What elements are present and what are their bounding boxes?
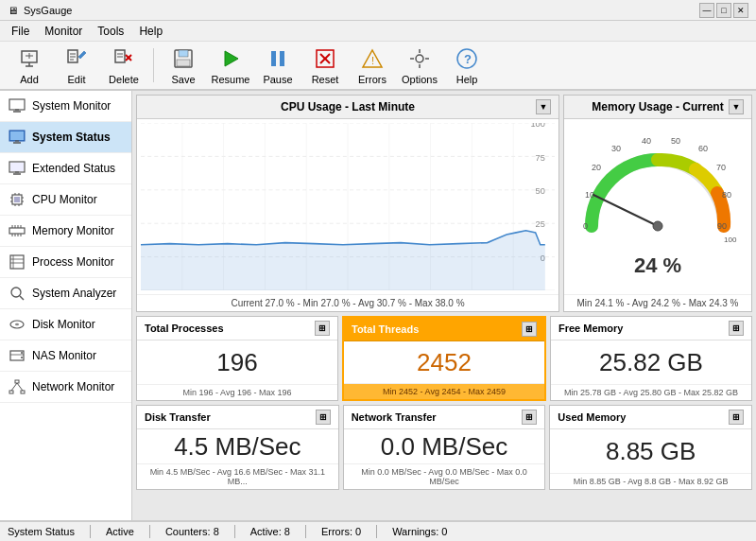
sidebar-item-system-analyzer[interactable]: System Analyzer <box>0 278 131 309</box>
save-icon <box>170 45 197 72</box>
threads-dropdown[interactable]: ⊞ <box>522 322 537 337</box>
stat-footer-network: Min 0.0 MB/Sec - Avg 0.0 MB/Sec - Max 0.… <box>344 463 545 489</box>
sidebar: System Monitor System Status Extended St… <box>0 91 132 520</box>
reset-icon <box>312 45 338 72</box>
svg-rect-18 <box>271 51 276 66</box>
cpu-chart-footer: Current 27.0 % - Min 27.0 % - Avg 30.7 %… <box>137 294 558 311</box>
sidebar-item-system-monitor[interactable]: System Monitor <box>0 91 131 122</box>
edit-label: Edit <box>68 74 86 85</box>
menu-file[interactable]: File <box>4 23 37 40</box>
svg-line-111 <box>593 195 658 226</box>
title-bar-left: 🖥 SysGauge <box>8 5 72 16</box>
save-button[interactable]: Save <box>162 44 205 86</box>
extended-status-icon <box>8 159 26 178</box>
sidebar-item-system-status-label: System Status <box>32 131 111 144</box>
help-button[interactable]: ? Help <box>445 44 489 86</box>
free-memory-dropdown[interactable]: ⊞ <box>729 321 744 336</box>
status-system-status: System Status <box>8 526 75 537</box>
stat-footer-used-memory: Min 8.85 GB - Avg 8.8 GB - Max 8.92 GB <box>550 473 751 489</box>
network-monitor-icon <box>8 377 26 396</box>
sidebar-item-extended-status[interactable]: Extended Status <box>0 153 131 184</box>
stats-row-2: Disk Transfer ⊞ 4.5 MB/Sec Min 4.5 MB/Se… <box>136 405 752 490</box>
processes-dropdown[interactable]: ⊞ <box>315 321 330 336</box>
close-button[interactable]: ✕ <box>733 3 748 18</box>
app-title: SysGauge <box>24 5 72 16</box>
status-counters: Counters: 8 <box>165 526 219 537</box>
stat-panel-network-transfer: Network Transfer ⊞ 0.0 MB/Sec Min 0.0 MB… <box>343 405 546 490</box>
stat-value-used-memory: 8.85 GB <box>550 429 751 473</box>
network-dropdown[interactable]: ⊞ <box>522 410 537 425</box>
svg-text:100: 100 <box>724 236 737 244</box>
stat-title-total-processes: Total Processes ⊞ <box>137 317 337 340</box>
status-sep-2 <box>149 525 150 538</box>
reset-button[interactable]: Reset <box>303 44 347 86</box>
svg-line-67 <box>20 296 24 300</box>
svg-text:70: 70 <box>716 163 726 172</box>
save-label: Save <box>171 74 195 85</box>
system-status-icon <box>8 128 26 147</box>
errors-button[interactable]: ! Errors <box>351 44 394 86</box>
memory-panel: Memory Usage - Current ▼ <box>563 95 752 312</box>
status-bar: System Status Active Counters: 8 Active:… <box>0 520 756 541</box>
sidebar-item-network-monitor[interactable]: Network Monitor <box>0 372 131 403</box>
svg-text:60: 60 <box>698 144 708 153</box>
stat-value-disk: 4.5 MB/Sec <box>137 429 338 463</box>
minimize-button[interactable]: — <box>699 3 714 18</box>
add-button[interactable]: Add <box>8 44 51 86</box>
svg-point-69 <box>15 323 19 325</box>
svg-rect-74 <box>15 380 19 383</box>
sidebar-item-nas-monitor[interactable]: NAS Monitor <box>0 340 131 372</box>
svg-marker-99 <box>141 231 545 290</box>
pause-label: Pause <box>263 74 292 85</box>
svg-text:?: ? <box>464 52 472 66</box>
stat-title-label-threads: Total Threads <box>352 323 419 335</box>
disk-dropdown[interactable]: ⊞ <box>316 410 331 425</box>
menu-help[interactable]: Help <box>131 23 170 40</box>
sidebar-item-process-monitor[interactable]: Process Monitor <box>0 247 131 278</box>
sidebar-item-system-analyzer-label: System Analyzer <box>32 287 116 300</box>
menu-monitor[interactable]: Monitor <box>37 23 90 40</box>
add-icon <box>16 45 43 72</box>
svg-rect-19 <box>280 51 284 66</box>
memory-panel-dropdown[interactable]: ▼ <box>729 99 744 114</box>
stat-footer-threads: Min 2452 - Avg 2454 - Max 2459 <box>344 383 544 399</box>
used-memory-dropdown[interactable]: ⊞ <box>729 410 744 425</box>
memory-panel-header: Memory Usage - Current ▼ <box>564 96 751 119</box>
pause-button[interactable]: Pause <box>256 44 300 86</box>
resume-button[interactable]: Resume <box>209 44 252 86</box>
toolbar: Add Edit Delete Save Resume Pause R <box>0 42 756 91</box>
edit-button[interactable]: Edit <box>55 44 98 86</box>
stat-title-label-network: Network Transfer <box>352 411 437 423</box>
stat-value-processes: 196 <box>137 340 337 384</box>
sidebar-item-system-status[interactable]: System Status <box>0 122 131 153</box>
svg-point-112 <box>653 221 662 231</box>
status-warnings: Warnings: 0 <box>392 526 447 537</box>
status-active-count: Active: 8 <box>250 526 290 537</box>
svg-point-25 <box>416 55 423 62</box>
delete-button[interactable]: Delete <box>102 44 146 86</box>
content-area: CPU Usage - Last Minute ▼ 100 75 <box>132 91 756 520</box>
options-button[interactable]: Options <box>398 44 441 86</box>
sidebar-item-cpu-monitor[interactable]: CPU Monitor <box>0 184 131 216</box>
stat-value-network: 0.0 MB/Sec <box>344 429 545 463</box>
cpu-panel-title: CPU Usage - Last Minute <box>160 100 536 113</box>
svg-rect-76 <box>21 391 25 393</box>
menu-tools[interactable]: Tools <box>90 23 131 40</box>
add-label: Add <box>20 74 39 85</box>
cpu-chart-svg: 100 75 50 25 0 <box>141 123 555 290</box>
stat-panel-disk-transfer: Disk Transfer ⊞ 4.5 MB/Sec Min 4.5 MB/Se… <box>136 405 339 490</box>
memory-monitor-icon <box>8 221 26 240</box>
sidebar-item-disk-monitor[interactable]: Disk Monitor <box>0 309 131 340</box>
help-icon: ? <box>454 45 480 72</box>
cpu-panel-dropdown[interactable]: ▼ <box>536 99 551 114</box>
sidebar-item-memory-monitor[interactable]: Memory Monitor <box>0 216 131 247</box>
status-sep-4 <box>305 525 306 538</box>
memory-gauge-footer: Min 24.1 % - Avg 24.2 % - Max 24.3 % <box>564 294 751 311</box>
stats-row-1: Total Processes ⊞ 196 Min 196 - Avg 196 … <box>136 316 752 401</box>
help-label: Help <box>456 74 478 85</box>
sidebar-item-cpu-monitor-label: CPU Monitor <box>32 193 97 206</box>
svg-text:30: 30 <box>611 144 621 153</box>
stat-title-label-used-memory: Used Memory <box>558 411 626 423</box>
sidebar-item-nas-monitor-label: NAS Monitor <box>32 349 96 362</box>
maximize-button[interactable]: □ <box>716 3 731 18</box>
